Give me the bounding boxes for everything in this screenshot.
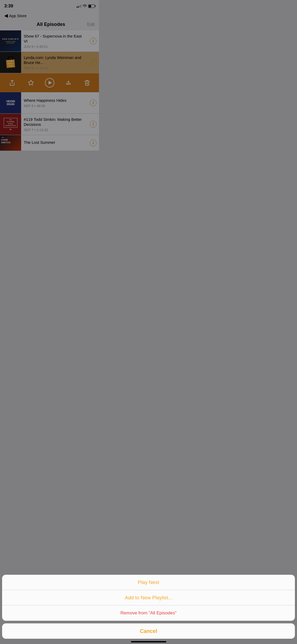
action-sheet-overlay[interactable]: [0, 0, 99, 215]
